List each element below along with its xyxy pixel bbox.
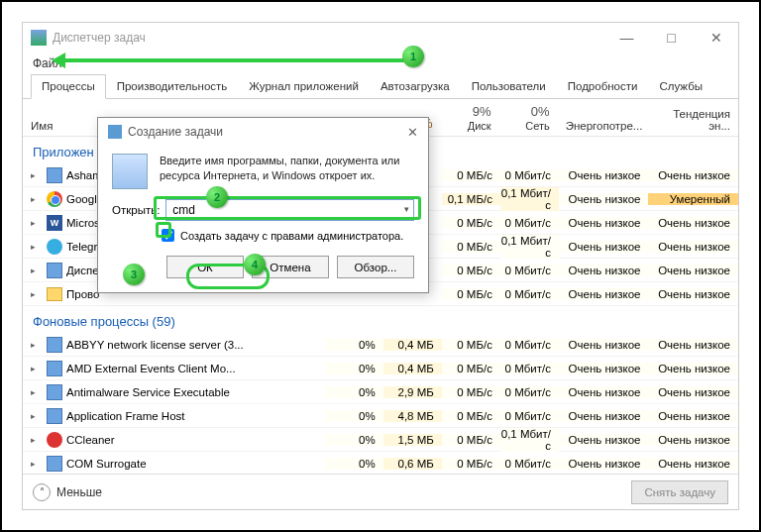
app-icon (47, 432, 62, 448)
app-icon (31, 30, 47, 46)
admin-checkbox-label: Создать задачу с правами администратора. (180, 230, 403, 242)
dialog-description: Введите имя программы, папки, документа … (160, 154, 414, 189)
net-cell: 0 Мбит/с (500, 410, 559, 422)
process-name: Antimalware Service Executable (66, 386, 230, 398)
open-input[interactable] (172, 200, 383, 220)
cpu-cell: 0% (325, 339, 383, 351)
fewer-details-button[interactable]: ˄ Меньше (33, 483, 102, 501)
dropdown-icon[interactable]: ▾ (404, 204, 409, 214)
close-button[interactable]: ✕ (694, 23, 738, 53)
tab-users[interactable]: Пользователи (461, 74, 557, 98)
end-task-button[interactable]: Снять задачу (631, 480, 728, 504)
disk-cell: 0 МБ/с (442, 363, 500, 374)
cpu-cell: 0% (325, 386, 383, 398)
col-disk[interactable]: 9%Диск (441, 104, 499, 136)
expand-icon[interactable]: ▸ (31, 289, 43, 299)
expand-icon[interactable]: ▸ (31, 266, 43, 275)
expand-icon[interactable]: ▸ (31, 170, 43, 180)
app-icon (47, 191, 62, 207)
maximize-button[interactable]: □ (649, 23, 694, 53)
open-label: Открыть: (112, 204, 160, 216)
expand-icon[interactable]: ▸ (31, 411, 43, 421)
trend-cell: Очень низкое (648, 339, 738, 351)
energy-cell: Очень низкое (559, 265, 649, 276)
expand-icon[interactable]: ▸ (31, 194, 43, 204)
annotation-badge-2: 2 (206, 186, 228, 208)
energy-cell: Очень низкое (559, 217, 649, 229)
expand-icon[interactable]: ▸ (31, 387, 43, 397)
expand-icon[interactable]: ▸ (31, 435, 43, 445)
annotation-badge-1: 1 (402, 46, 424, 67)
tab-startup[interactable]: Автозагрузка (370, 74, 461, 98)
table-row[interactable]: ▸Application Frame Host0%4,8 МБ0 МБ/с0 М… (23, 404, 738, 428)
annotation-arrow (61, 55, 418, 65)
disk-cell: 0 МБ/с (442, 169, 500, 181)
dialog-icon (108, 125, 122, 139)
process-name: Application Frame Host (66, 410, 185, 422)
net-cell: 0 Мбит/с (500, 386, 559, 398)
table-row[interactable]: ▸ABBYY network license server (3...0%0,4… (23, 333, 738, 357)
table-row[interactable]: ▸AMD External Events Client Mo...0%0,4 М… (23, 357, 738, 380)
table-row[interactable]: ▸Antimalware Service Executable0%2,9 МБ0… (23, 380, 738, 404)
cpu-cell: 0% (325, 363, 383, 374)
process-name: Диспе (66, 265, 99, 276)
tab-app-history[interactable]: Журнал приложений (238, 74, 370, 98)
admin-checkbox[interactable] (162, 229, 174, 242)
energy-cell: Очень низкое (559, 386, 649, 398)
tab-performance[interactable]: Производительность (106, 74, 239, 98)
expand-icon[interactable]: ▸ (31, 218, 43, 228)
annotation-badge-3: 3 (123, 264, 145, 285)
disk-cell: 0 МБ/с (442, 386, 500, 398)
window-title: Диспетчер задач (53, 31, 146, 45)
tab-services[interactable]: Службы (648, 74, 713, 98)
app-icon (47, 456, 62, 472)
open-combobox[interactable]: ▾ (165, 199, 414, 221)
tab-processes[interactable]: Процессы (31, 74, 106, 99)
tab-strip: Процессы Производительность Журнал прило… (23, 74, 738, 99)
chevron-up-icon: ˄ (33, 483, 51, 501)
minimize-button[interactable]: — (604, 23, 649, 53)
col-energy[interactable]: Энергопотре... (558, 120, 649, 136)
app-icon (47, 239, 62, 255)
table-row[interactable]: ▸COM Surrogate0%0,6 МБ0 МБ/с0 Мбит/сОчен… (23, 452, 738, 476)
col-network[interactable]: 0%Сеть (499, 104, 558, 136)
mem-cell: 0,6 МБ (383, 458, 442, 470)
disk-cell: 0 МБ/с (442, 288, 500, 300)
app-icon (47, 263, 62, 278)
mem-cell: 1,5 МБ (383, 434, 442, 446)
net-cell: 0 Мбит/с (500, 363, 559, 374)
trend-cell: Очень низкое (648, 386, 738, 398)
mem-cell: 0,4 МБ (383, 363, 442, 374)
browse-button[interactable]: Обзор... (337, 256, 414, 278)
dialog-close-button[interactable]: ✕ (407, 125, 418, 140)
cpu-cell: 0% (325, 410, 383, 422)
disk-cell: 0,1 МБ/с (442, 193, 500, 205)
disk-cell: 0 МБ/с (442, 241, 500, 253)
trend-cell: Очень низкое (648, 363, 738, 374)
energy-cell: Очень низкое (559, 288, 649, 300)
energy-cell: Очень низкое (559, 241, 649, 253)
col-energy-trend[interactable]: Тенденция эн... (649, 108, 738, 136)
process-name: Прово (66, 288, 99, 300)
net-cell: 0,1 Мбит/с (500, 235, 559, 259)
disk-cell: 0 МБ/с (442, 434, 500, 446)
energy-cell: Очень низкое (559, 339, 649, 351)
tab-details[interactable]: Подробности (557, 74, 649, 98)
expand-icon[interactable]: ▸ (31, 459, 43, 469)
process-name: Micros (66, 217, 100, 229)
expand-icon[interactable]: ▸ (31, 340, 43, 350)
process-name: Telegr (66, 241, 97, 253)
cpu-cell: 0% (325, 458, 383, 470)
process-name: CCleaner (66, 434, 115, 446)
dialog-titlebar: Создание задачи ✕ (98, 118, 428, 146)
expand-icon[interactable]: ▸ (31, 364, 43, 373)
ok-button[interactable]: ОК (166, 256, 244, 278)
trend-cell: Очень низкое (648, 410, 738, 422)
statusbar: ˄ Меньше Снять задачу (23, 474, 738, 509)
expand-icon[interactable]: ▸ (31, 242, 43, 252)
energy-cell: Очень низкое (559, 169, 649, 181)
trend-cell: Очень низкое (648, 265, 738, 276)
trend-cell: Очень низкое (648, 434, 738, 446)
net-cell: 0 Мбит/с (500, 339, 559, 351)
table-row[interactable]: ▸CCleaner0%1,5 МБ0 МБ/с0,1 Мбит/сОчень н… (23, 428, 738, 452)
